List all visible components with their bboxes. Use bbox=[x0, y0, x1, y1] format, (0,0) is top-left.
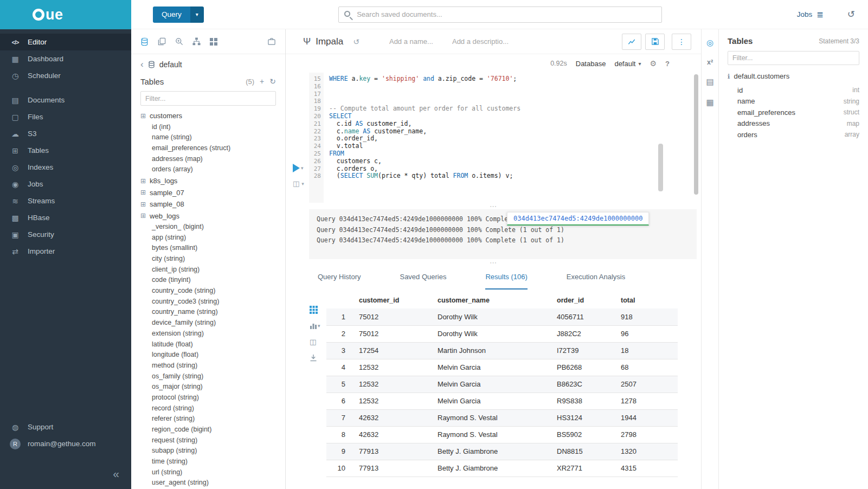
schedule-icon[interactable]: ▦ bbox=[706, 98, 713, 107]
right-assist-column[interactable]: idint bbox=[728, 85, 859, 96]
assist-table[interactable]: ⊞web_logs bbox=[140, 210, 276, 222]
run-query-button[interactable] bbox=[293, 164, 300, 172]
columns-view-icon[interactable]: ◫ bbox=[310, 338, 320, 346]
editor-scrollbar-thumb[interactable] bbox=[658, 144, 663, 191]
sidebar-item-support[interactable]: ◍ Support bbox=[0, 419, 131, 435]
tab-saved-queries[interactable]: Saved Queries bbox=[400, 273, 446, 289]
sidebar-item-s3[interactable]: ☁S3 bbox=[0, 125, 131, 142]
assist-column[interactable]: time (string) bbox=[140, 456, 276, 467]
sidebar-item-importer[interactable]: ⇄Importer bbox=[0, 243, 131, 260]
assist-column[interactable]: bytes (smallint) bbox=[140, 243, 276, 254]
assist-column[interactable]: record (string) bbox=[140, 403, 276, 414]
sidebar-item-scheduler[interactable]: ◷Scheduler bbox=[0, 67, 131, 84]
assist-column[interactable]: latitude (float) bbox=[140, 339, 276, 350]
briefcase-icon[interactable] bbox=[267, 37, 276, 46]
sidebar-item-jobs[interactable]: ◉Jobs bbox=[0, 176, 131, 192]
assist-table[interactable]: ⊞customers bbox=[140, 110, 276, 122]
assist-column[interactable]: id (int) bbox=[140, 122, 276, 133]
sql-editor[interactable]: ▾ ◫ ▾ 1516171819202122232425262728 WHERE… bbox=[286, 73, 701, 203]
search-input[interactable] bbox=[338, 7, 662, 23]
assist-column[interactable]: subapp (string) bbox=[140, 446, 276, 456]
assist-column[interactable]: referer (string) bbox=[140, 414, 276, 424]
results-header-customer_id[interactable]: customer_id bbox=[353, 292, 432, 308]
tab-results-106-[interactable]: Results (106) bbox=[485, 273, 527, 289]
settings-gear-icon[interactable]: ⚙ bbox=[650, 59, 657, 68]
functions-icon[interactable]: x² bbox=[707, 59, 713, 66]
language-reference-icon[interactable]: ▤ bbox=[706, 77, 713, 87]
results-row[interactable]: 612532Melvin GarciaR9S8381278 bbox=[326, 393, 678, 409]
assist-table[interactable]: ⊞sample_07 bbox=[140, 186, 276, 198]
assist-column[interactable]: longitude (float) bbox=[140, 350, 276, 361]
add-table-icon[interactable]: + bbox=[260, 77, 264, 86]
results-row[interactable]: 1077913Betty J. GiambroneXR27714315 bbox=[326, 460, 678, 477]
sidebar-item-streams[interactable]: ≋Streams bbox=[0, 192, 131, 209]
info-icon[interactable]: ℹ bbox=[728, 73, 730, 80]
assist-column[interactable]: request (string) bbox=[140, 435, 276, 446]
database-select[interactable]: default ▾ bbox=[614, 60, 641, 68]
grid-view-icon[interactable] bbox=[310, 306, 320, 314]
assist-column[interactable]: country_code (string) bbox=[140, 286, 276, 297]
engine-name[interactable]: Impala bbox=[316, 36, 343, 47]
more-actions-button[interactable]: ⋮ bbox=[672, 34, 691, 50]
assist-table[interactable]: ⊞sample_08 bbox=[140, 198, 276, 210]
sidebar-item-indexes[interactable]: ◎Indexes bbox=[0, 159, 131, 176]
right-assist-column[interactable]: ordersarray bbox=[728, 129, 859, 140]
chart-button[interactable] bbox=[622, 34, 641, 50]
tab-execution-analysis[interactable]: Execution Analysis bbox=[567, 273, 625, 289]
help-icon[interactable]: ? bbox=[665, 60, 670, 68]
results-row[interactable]: 412532Melvin GarciaPB626868 bbox=[326, 359, 678, 376]
assist-column[interactable]: country_name (string) bbox=[140, 307, 276, 318]
results-header-customer_name[interactable]: customer_name bbox=[432, 292, 551, 308]
assist-column[interactable]: os_major (string) bbox=[140, 382, 276, 393]
breadcrumb-database[interactable]: default bbox=[159, 60, 182, 69]
results-row[interactable]: 175012Dorothy Wilk4056711918 bbox=[326, 308, 678, 325]
assist-column[interactable]: email_preferences (struct) bbox=[140, 143, 276, 154]
results-row[interactable]: 977913Betty J. GiambroneDN88151320 bbox=[326, 443, 678, 460]
assist-column[interactable]: region_code (bigint) bbox=[140, 424, 276, 435]
assist-column[interactable]: code (tinyint) bbox=[140, 275, 276, 286]
assist-column[interactable]: url (string) bbox=[140, 467, 276, 478]
assist-column[interactable]: method (string) bbox=[140, 361, 276, 371]
tab-query-history[interactable]: Query History bbox=[318, 273, 361, 289]
active-table-row[interactable]: ℹ default.customers bbox=[728, 72, 859, 80]
query-name-input[interactable] bbox=[389, 37, 443, 46]
assist-column[interactable]: extension (string) bbox=[140, 329, 276, 339]
assist-column[interactable]: city (string) bbox=[140, 254, 276, 265]
refresh-icon[interactable]: ↻ bbox=[269, 77, 276, 86]
sidebar-collapse-button[interactable]: « bbox=[113, 467, 119, 480]
sidebar-item-editor[interactable]: </>Editor bbox=[0, 34, 131, 50]
apps-grid-icon[interactable] bbox=[210, 38, 217, 46]
run-options-caret-icon[interactable]: ▾ bbox=[301, 165, 304, 171]
assist-filter-input[interactable] bbox=[140, 91, 276, 106]
sidebar-item-tables[interactable]: ⊞Tables bbox=[0, 142, 131, 159]
results-row[interactable]: 317254Martin JohnsonI72T3918 bbox=[326, 342, 678, 359]
editor-code[interactable]: WHERE a.key = 'shipping' and a.zip_code … bbox=[324, 73, 701, 203]
assist-table[interactable]: ⊞k8s_logs bbox=[140, 175, 276, 187]
right-assist-filter-input[interactable] bbox=[728, 51, 859, 65]
hue-logo[interactable]: ue bbox=[0, 0, 131, 29]
resize-grip[interactable]: ⋯ bbox=[286, 259, 701, 266]
results-header-order_id[interactable]: order_id bbox=[551, 292, 615, 308]
sidebar-item-user[interactable]: R romain@gethue.com bbox=[0, 435, 131, 452]
resize-grip[interactable]: ⋯ bbox=[286, 203, 701, 209]
assist-column[interactable]: client_ip (string) bbox=[140, 265, 276, 275]
right-assist-column[interactable]: namestring bbox=[728, 96, 859, 107]
sidebar-item-dashboard[interactable]: ▦Dashboard bbox=[0, 50, 131, 67]
results-row[interactable]: 512532Melvin GarciaB8623C2507 bbox=[326, 376, 678, 393]
assist-column[interactable]: addresses (map) bbox=[140, 154, 276, 165]
right-assist-column[interactable]: addressesmap bbox=[728, 118, 859, 130]
save-button[interactable] bbox=[645, 34, 665, 50]
results-row[interactable]: 742632Raymond S. VestalHS31241944 bbox=[326, 409, 678, 426]
sitemap-icon[interactable] bbox=[192, 37, 201, 46]
sidebar-item-documents[interactable]: ▤Documents bbox=[0, 92, 131, 108]
new-query-button[interactable]: Query ▾ bbox=[153, 7, 204, 23]
back-chevron-icon[interactable]: ‹ bbox=[140, 59, 144, 70]
database-sources-icon[interactable] bbox=[140, 37, 149, 46]
results-row[interactable]: 842632Raymond S. VestalBS59022798 bbox=[326, 426, 678, 443]
results-row[interactable]: 275012Dorothy WilkJ882C296 bbox=[326, 325, 678, 342]
download-icon[interactable] bbox=[310, 354, 320, 362]
query-description-input[interactable] bbox=[452, 37, 520, 46]
quick-query-icon[interactable]: ◎ bbox=[706, 38, 713, 48]
right-assist-column[interactable]: email_preferencesstruct bbox=[728, 107, 859, 118]
sidebar-item-security[interactable]: ▣Security bbox=[0, 226, 131, 243]
